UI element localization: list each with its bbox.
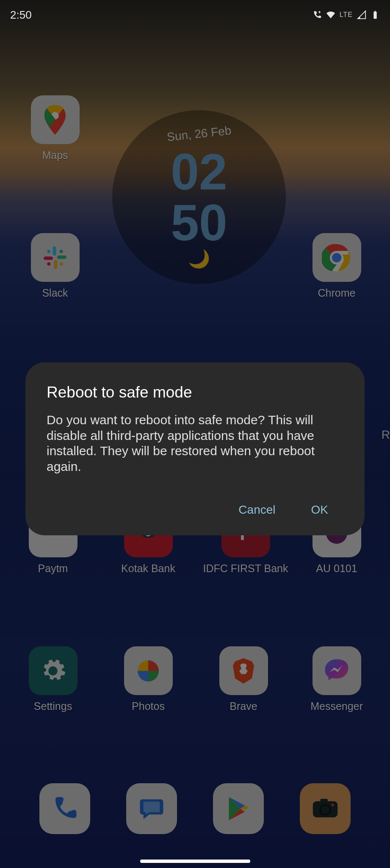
wifi-calling-icon <box>313 10 322 19</box>
cancel-button[interactable]: Cancel <box>233 500 280 520</box>
signal-icon <box>357 10 366 19</box>
app-label: IDFC FIRST Bank <box>203 562 288 575</box>
svg-point-7 <box>47 250 50 253</box>
gesture-nav-bar[interactable] <box>140 860 250 863</box>
svg-rect-0 <box>373 12 376 19</box>
app-label: Maps <box>42 149 68 161</box>
app-chrome[interactable]: Chrome <box>309 233 364 299</box>
clock-date: Sun, 26 Feb <box>166 124 232 144</box>
app-label: AU 0101 <box>316 562 357 575</box>
dialog-body: Do you want to reboot into safe mode? Th… <box>47 412 343 474</box>
app-label: Slack <box>42 287 68 299</box>
app-label: Paytm <box>38 562 68 575</box>
clock-widget[interactable]: Sun, 26 Feb 02 50 🌙 <box>112 110 286 284</box>
battery-icon <box>371 10 380 19</box>
svg-point-9 <box>60 262 63 265</box>
settings-icon <box>29 646 77 695</box>
network-label: LTE <box>340 11 353 19</box>
app-label: Settings <box>34 700 72 712</box>
brave-icon <box>219 646 268 695</box>
app-label: Messenger <box>310 700 363 712</box>
status-bar: 2:50 LTE <box>0 0 390 30</box>
svg-point-18 <box>332 804 334 806</box>
clock-hours: 02 <box>171 146 227 197</box>
chrome-icon <box>313 233 361 282</box>
dialog-title: Reboot to safe mode <box>47 384 343 401</box>
app-maps[interactable]: Maps <box>28 95 83 161</box>
messenger-icon <box>313 646 361 695</box>
app-messenger[interactable]: Messenger <box>305 646 368 712</box>
app-settings[interactable]: Settings <box>25 646 80 712</box>
app-label: Chrome <box>318 287 356 299</box>
moon-icon: 🌙 <box>188 248 210 269</box>
svg-rect-3 <box>53 246 56 255</box>
dock-messages[interactable] <box>126 783 177 834</box>
svg-rect-4 <box>57 255 66 259</box>
app-label: Photos <box>132 700 165 712</box>
app-label: Brave <box>230 700 257 712</box>
svg-point-13 <box>332 253 341 262</box>
dock <box>0 783 390 834</box>
status-icons: LTE <box>313 10 380 19</box>
svg-rect-19 <box>321 799 328 803</box>
wifi-icon <box>326 10 335 19</box>
app-brave[interactable]: Brave <box>216 646 271 712</box>
photos-icon <box>124 646 173 695</box>
status-time: 2:50 <box>10 8 32 22</box>
dock-phone[interactable] <box>39 783 90 834</box>
maps-icon <box>31 95 80 144</box>
svg-point-17 <box>321 805 330 815</box>
dialog-actions: Cancel OK <box>47 500 343 520</box>
app-label: Kotak Bank <box>121 562 175 575</box>
offscreen-peek: R <box>382 428 390 442</box>
app-photos[interactable]: Photos <box>121 646 176 712</box>
slack-icon <box>31 233 80 282</box>
svg-rect-6 <box>44 256 53 260</box>
ok-button[interactable]: OK <box>306 500 333 520</box>
app-slack[interactable]: Slack <box>28 233 83 299</box>
dock-play-store[interactable] <box>213 783 264 834</box>
svg-point-8 <box>60 250 63 253</box>
svg-rect-1 <box>374 11 376 12</box>
safe-mode-dialog: Reboot to safe mode Do you want to reboo… <box>25 362 365 535</box>
svg-point-10 <box>47 262 50 265</box>
dock-camera[interactable] <box>300 783 351 834</box>
clock-minutes: 50 <box>171 197 227 248</box>
svg-rect-5 <box>54 260 57 269</box>
